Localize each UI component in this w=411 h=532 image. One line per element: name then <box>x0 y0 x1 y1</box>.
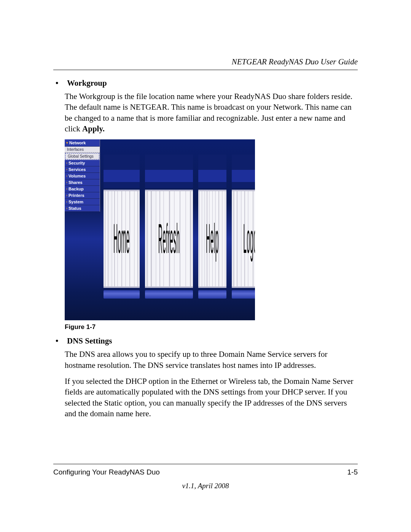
chevron-down-icon: ▾ <box>66 141 68 145</box>
chevron-right-icon: › <box>66 187 67 191</box>
sidebar-label: Status <box>68 206 81 211</box>
button-label: Logout <box>243 215 255 263</box>
button-face: Help <box>198 190 226 288</box>
sidebar-label: Services <box>68 167 86 172</box>
sidebar-item-system[interactable]: ›System <box>65 199 100 205</box>
chevron-right-icon: › <box>66 174 67 178</box>
bullet-dns-label: DNS Settings <box>67 336 112 346</box>
sidebar-network-header[interactable]: ▾ Network <box>65 139 100 147</box>
sidebar-label: Security <box>68 161 85 165</box>
toolbar-logout-button[interactable]: Logout <box>232 155 255 307</box>
sidebar-item-services[interactable]: ›Services <box>65 166 100 173</box>
apply-word: Apply. <box>82 124 105 133</box>
sidebar-sub-interfaces[interactable]: Interfaces <box>65 147 100 153</box>
button-underbar <box>232 290 255 299</box>
dns-paragraph-1: The DNS area allows you to specify up to… <box>65 349 358 371</box>
footer-rule <box>53 464 358 464</box>
toolbar-refresh-button[interactable]: Refresh <box>145 155 193 307</box>
dns-paragraph-2: If you selected the DHCP option in the E… <box>65 376 358 419</box>
button-face: Home <box>104 190 140 288</box>
chevron-right-icon: › <box>66 181 67 184</box>
sidebar-item-shares[interactable]: ›Shares <box>65 179 100 186</box>
figure-caption: Figure 1-7 <box>65 323 358 331</box>
chevron-right-icon: › <box>66 194 67 197</box>
sidebar-label: Shares <box>68 180 83 185</box>
sidebar-label: Backup <box>68 187 84 191</box>
footer-version-line: v1.1, April 2008 <box>53 482 358 490</box>
header-rule <box>53 70 358 70</box>
button-underbar <box>198 290 226 299</box>
sidebar-item-volumes[interactable]: ›Volumes <box>65 173 100 179</box>
page-footer: Configuring Your ReadyNAS Duo 1-5 v1.1, … <box>53 464 358 490</box>
screenshot-toolbar: Home Refresh Help Logout <box>104 155 252 307</box>
bullet-workgroup: • Workgroup <box>53 78 358 88</box>
sidebar-label: System <box>68 200 83 204</box>
sidebar-item-backup[interactable]: ›Backup <box>65 186 100 192</box>
screenshot-sidebar: ▾ Network Interfaces Global Settings ›Se… <box>65 139 100 212</box>
chevron-right-icon: › <box>66 200 67 204</box>
footer-section-title: Configuring Your ReadyNAS Duo <box>53 468 160 476</box>
button-face: Refresh <box>145 190 193 288</box>
chevron-right-icon: › <box>66 207 67 210</box>
sidebar-network-label: Network <box>69 141 86 145</box>
workgroup-text: The Workgroup is the file location name … <box>65 92 352 133</box>
button-underbar <box>104 290 140 299</box>
bullet-dot-icon: • <box>53 78 67 88</box>
sidebar-item-security[interactable]: ›Security <box>65 160 100 166</box>
button-label: Help <box>206 215 218 263</box>
button-label: Refresh <box>158 215 180 263</box>
button-underbar <box>145 290 193 299</box>
chevron-right-icon: › <box>66 168 67 171</box>
workgroup-paragraph: The Workgroup is the file location name … <box>65 91 358 134</box>
sidebar-item-status[interactable]: ›Status <box>65 205 100 212</box>
sidebar-sub-global-settings[interactable]: Global Settings <box>65 153 99 160</box>
bullet-dns-settings: • DNS Settings <box>53 336 358 346</box>
figure-1-7: ▾ Network Interfaces Global Settings ›Se… <box>65 139 358 320</box>
bullet-dot-icon: • <box>53 336 67 346</box>
sidebar-label: Printers <box>68 193 84 198</box>
toolbar-home-button[interactable]: Home <box>104 155 140 307</box>
header-guide-title: NETGEAR ReadyNAS Duo User Guide <box>53 57 358 67</box>
bullet-workgroup-label: Workgroup <box>67 78 107 88</box>
button-face: Logout <box>232 190 255 288</box>
button-label: Home <box>113 215 130 263</box>
document-page: NETGEAR ReadyNAS Duo User Guide • Workgr… <box>0 0 411 532</box>
chevron-right-icon: › <box>66 161 67 165</box>
toolbar-help-button[interactable]: Help <box>198 155 226 307</box>
sidebar-item-printers[interactable]: ›Printers <box>65 192 100 199</box>
screenshot-window: ▾ Network Interfaces Global Settings ›Se… <box>65 139 255 320</box>
sidebar-label: Volumes <box>68 174 86 178</box>
footer-page-number: 1-5 <box>347 468 358 476</box>
